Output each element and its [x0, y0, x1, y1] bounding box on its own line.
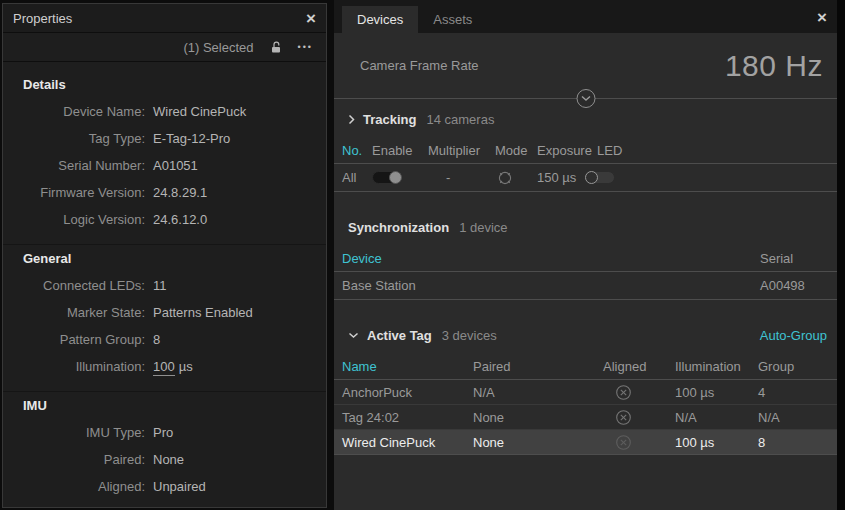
col-serial[interactable]: Serial — [760, 251, 837, 266]
field-value: Unpaired — [153, 479, 206, 494]
section-header-imu[interactable]: IMU — [3, 398, 326, 413]
field-value: Patterns Enabled — [153, 305, 253, 320]
illumination-input[interactable]: 100 — [153, 359, 175, 376]
active-row-wired-cinepuck[interactable]: Wired CinePuck None 100 µs 8 — [334, 430, 837, 455]
field-value: 8 — [153, 332, 160, 347]
col-illumination[interactable]: Illumination — [663, 359, 758, 374]
active-tag-section-header[interactable]: Active Tag 3 devices Auto-Group — [334, 315, 837, 354]
col-aligned[interactable]: Aligned — [603, 359, 663, 374]
field-label: Connected LEDs: — [3, 278, 145, 293]
col-no[interactable]: No. — [342, 143, 372, 158]
row-illumination: N/A — [663, 410, 758, 425]
col-mode[interactable]: Mode — [495, 143, 537, 158]
motive-window: Properties × (1) Selected ••• Details De… — [0, 0, 845, 510]
field-label: Logic Version: — [3, 212, 145, 227]
camera-frame-rate-row: Camera Frame Rate 180 Hz — [334, 33, 837, 99]
field-label: Illumination: — [3, 359, 145, 374]
sync-count: 1 device — [459, 220, 507, 235]
field-label: Pattern Group: — [3, 332, 145, 347]
field-row: Connected LEDs: 11 — [3, 272, 326, 299]
spacer — [334, 300, 837, 315]
field-value: None — [153, 452, 184, 467]
tracking-row-all[interactable]: All - 150 µs — [334, 164, 837, 192]
col-multiplier[interactable]: Multiplier — [428, 143, 495, 158]
not-aligned-icon — [615, 409, 632, 426]
tracking-title: Tracking — [363, 112, 416, 127]
field-label: Marker State: — [3, 305, 145, 320]
auto-group-button[interactable]: Auto-Group — [760, 328, 827, 343]
col-exposure[interactable]: Exposure — [537, 143, 597, 158]
field-label: Aligned: — [3, 479, 145, 494]
tab-assets[interactable]: Assets — [418, 6, 487, 33]
close-icon[interactable]: × — [306, 10, 316, 27]
active-row-anchorpuck[interactable]: AnchorPuck N/A 100 µs 4 — [334, 380, 837, 405]
field-row: Marker State: Patterns Enabled — [3, 299, 326, 326]
col-name[interactable]: Name — [342, 359, 473, 374]
field-row: Firmware Version: 24.8.29.1 — [3, 179, 326, 206]
devices-panel: Devices Assets × Camera Frame Rate 180 H… — [334, 0, 837, 510]
row-paired: None — [473, 435, 603, 450]
spacer — [334, 192, 837, 207]
active-row-tag-2402[interactable]: Tag 24:02 None N/A N/A — [334, 405, 837, 430]
not-aligned-icon — [615, 384, 632, 401]
col-paired[interactable]: Paired — [473, 359, 603, 374]
field-row: Pattern Group: 8 — [3, 326, 326, 353]
field-value: 11 — [153, 278, 167, 293]
field-value: 24.6.12.0 — [153, 212, 207, 227]
field-row: Illumination: 100µs — [3, 353, 326, 380]
chevron-right-icon — [348, 114, 355, 125]
frame-rate-label: Camera Frame Rate — [360, 58, 478, 73]
led-toggle[interactable] — [585, 171, 615, 184]
sync-row-base-station[interactable]: Base Station A00498 — [334, 272, 837, 300]
active-table-header: Name Paired Aligned Illumination Group — [334, 354, 837, 380]
properties-titlebar: Properties × — [3, 4, 326, 33]
col-group[interactable]: Group — [758, 359, 837, 374]
section-header-details[interactable]: Details — [3, 77, 326, 92]
row-group: N/A — [758, 410, 837, 425]
row-paired: None — [473, 410, 603, 425]
field-label: Firmware Version: — [3, 185, 145, 200]
row-no: All — [342, 170, 372, 185]
field-row: Tag Type: E-Tag-12-Pro — [3, 125, 326, 152]
active-tag-count: 3 devices — [442, 328, 497, 343]
row-group: 8 — [758, 435, 837, 450]
frame-rate-value: 180 Hz — [725, 49, 823, 83]
tab-devices[interactable]: Devices — [342, 6, 418, 33]
row-paired: N/A — [473, 385, 603, 400]
unlock-icon[interactable] — [270, 41, 282, 54]
chevron-down-circle-icon[interactable] — [576, 89, 595, 108]
col-led[interactable]: LED — [597, 143, 837, 158]
scrollbar[interactable] — [837, 0, 845, 510]
field-value: E-Tag-12-Pro — [153, 131, 230, 146]
field-label: Tag Type: — [3, 131, 145, 146]
field-row: IMU Type: Pro — [3, 419, 326, 446]
row-serial: A00498 — [760, 278, 837, 293]
field-value: 24.8.29.1 — [153, 185, 207, 200]
properties-panel: Properties × (1) Selected ••• Details De… — [2, 3, 327, 508]
field-value: Wired CinePuck — [153, 104, 246, 119]
illumination-unit: µs — [179, 359, 193, 374]
row-name: AnchorPuck — [342, 385, 473, 400]
field-label: IMU Type: — [3, 425, 145, 440]
selection-toolbar: (1) Selected ••• — [3, 33, 326, 62]
more-options-icon[interactable]: ••• — [298, 42, 313, 52]
tracking-count: 14 cameras — [426, 112, 494, 127]
active-tag-title: Active Tag — [367, 328, 432, 343]
field-row: Aligned: Unpaired — [3, 473, 326, 500]
sync-title: Synchronization — [348, 220, 449, 235]
selection-count: (1) Selected — [183, 40, 253, 55]
section-header-general[interactable]: General — [3, 251, 326, 266]
sync-section-header: Synchronization 1 device — [334, 207, 837, 246]
tracking-mode-icon[interactable] — [495, 170, 537, 186]
col-enable[interactable]: Enable — [372, 143, 428, 158]
enable-toggle[interactable] — [372, 171, 402, 184]
col-device[interactable]: Device — [342, 251, 760, 266]
not-aligned-icon — [615, 434, 632, 451]
chevron-down-icon — [348, 332, 359, 339]
sync-table-header: Device Serial — [334, 246, 837, 272]
row-name: Wired CinePuck — [342, 435, 473, 450]
section-divider — [3, 244, 326, 245]
close-icon[interactable]: × — [817, 9, 827, 26]
field-label: Device Name: — [3, 104, 145, 119]
row-illumination: 100 µs — [663, 435, 758, 450]
